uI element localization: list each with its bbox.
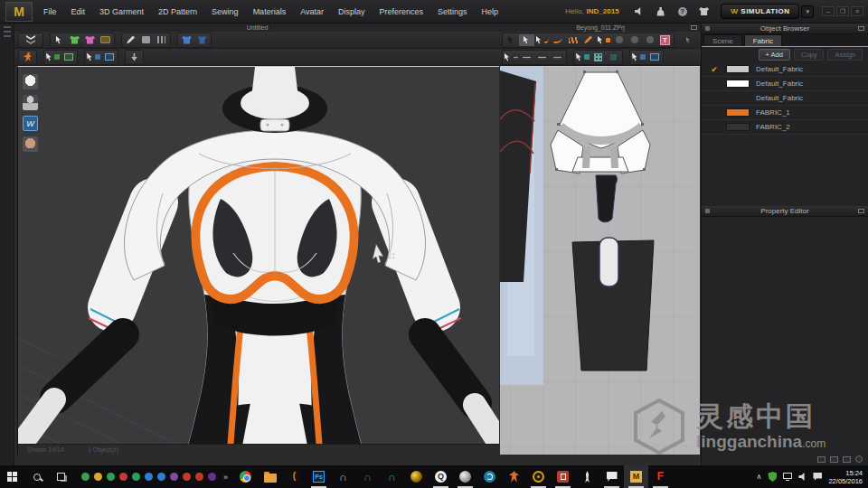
tray-app-icon[interactable] (132, 473, 140, 481)
taskbar-rocket-app[interactable] (575, 465, 599, 488)
free-sewing-tool[interactable] (534, 52, 550, 63)
menu-file[interactable]: File (36, 0, 64, 23)
avatar-thumb-pose-selected[interactable]: W (23, 116, 38, 131)
menu-preferences[interactable]: Preferences (373, 0, 431, 23)
tray-app-icon[interactable] (145, 473, 153, 481)
trace-tool[interactable] (596, 34, 611, 46)
fabric-row[interactable]: FABRIC_2 (702, 120, 868, 135)
reset-garment-green-tool[interactable] (67, 34, 82, 46)
taskbar-maya-2[interactable]: ∩ (355, 465, 380, 488)
solid-view-tool[interactable] (138, 34, 154, 46)
taskbar-spiral-app[interactable] (477, 465, 502, 488)
tray-app-icon[interactable] (195, 473, 203, 481)
show-garment-front-tool[interactable] (179, 34, 194, 46)
simulation-button[interactable]: VV SIMULATION (721, 4, 800, 19)
avatar-run-tool[interactable] (20, 52, 35, 63)
tray-expand-chevron[interactable]: ∧ (757, 473, 762, 481)
garment-store-button[interactable] (696, 5, 712, 19)
account-button[interactable] (653, 5, 669, 19)
menu-display[interactable]: Display (331, 0, 373, 23)
start-button[interactable] (0, 465, 24, 488)
menu-sewing[interactable]: Sewing (204, 0, 246, 23)
maximize-icon[interactable] (858, 209, 864, 213)
taskbar-messenger[interactable] (599, 465, 624, 488)
detach-sewing-tool[interactable] (550, 52, 565, 63)
taskbar-maya-1[interactable]: ∩ (331, 465, 355, 488)
volume-icon[interactable] (798, 473, 807, 481)
menu-3d-garment[interactable]: 3D Garment (92, 0, 151, 23)
fabric-row[interactable]: Default_Fabric (702, 91, 868, 106)
edit-pattern-tool[interactable] (534, 34, 550, 46)
taskbar-3dsmax[interactable] (502, 465, 526, 488)
select-topstitch-tool[interactable] (631, 52, 646, 63)
menu-settings[interactable]: Settings (430, 0, 475, 23)
text-tool[interactable]: T (657, 34, 673, 46)
object-browser-header[interactable]: Object Browser (702, 23, 868, 34)
taskbar-flash[interactable]: F (648, 465, 673, 488)
edit-sewing-tool[interactable] (504, 52, 519, 63)
transform-pattern-tool[interactable] (519, 34, 534, 46)
select-texture-tool[interactable] (575, 52, 590, 63)
clock-icon[interactable] (855, 455, 863, 463)
canvas-2d[interactable] (500, 66, 700, 455)
taskbar-marvelous-designer[interactable]: M (624, 465, 648, 488)
add-fabric-button[interactable]: + Add (759, 49, 790, 61)
avatar-display-tool[interactable] (61, 52, 76, 63)
tray-app-icon[interactable] (183, 473, 191, 481)
taskbar-file-explorer[interactable] (258, 465, 282, 488)
task-view-button[interactable] (49, 465, 73, 488)
taskbar-chrome[interactable] (233, 465, 258, 488)
segment-sewing-tool[interactable] (519, 52, 534, 63)
menu-materials[interactable]: Materials (246, 0, 294, 23)
taskbar-red-square-app[interactable] (551, 465, 575, 488)
taskbar-aimp[interactable]: ( (282, 465, 307, 488)
taskbar-gold-ring-app[interactable] (526, 465, 551, 488)
select-gizmo-tool[interactable] (86, 52, 101, 63)
sound-button[interactable] (631, 5, 647, 19)
history-folder-tool[interactable] (98, 34, 113, 46)
tray-app-icon[interactable] (170, 473, 178, 481)
avatar-thumb-head-white[interactable] (23, 74, 38, 89)
texture-box-tool[interactable] (606, 52, 621, 63)
round-tool-2[interactable] (627, 34, 642, 46)
tab-fabric[interactable]: Fabric (744, 34, 782, 46)
gizmo-display-tool[interactable] (101, 52, 117, 63)
viewport-2d-titlebar[interactable]: Beyong_011.ZPrj (500, 23, 701, 32)
taskbar-zbrush[interactable] (453, 465, 477, 488)
property-editor-header[interactable]: Property Editor (702, 206, 868, 217)
canvas-3d[interactable]: W (17, 66, 499, 455)
select-move-tool[interactable] (52, 34, 67, 46)
viewport-3d-titlebar[interactable]: Untitled (14, 23, 500, 32)
fabric-row[interactable]: ✔ Default_Fabric (702, 62, 868, 77)
reset-garment-pink-tool[interactable] (82, 34, 98, 46)
taskbar-maya-teal[interactable]: ∩ (380, 465, 404, 488)
select-avatar-tool[interactable] (45, 52, 61, 63)
menu-help[interactable]: Help (475, 0, 506, 23)
edit-curvature-tool[interactable] (550, 34, 565, 46)
search-button[interactable] (24, 465, 49, 488)
minimize-button[interactable]: – (822, 6, 835, 16)
edit-texture-tool[interactable] (590, 52, 606, 63)
display-mode-icon[interactable] (843, 456, 851, 463)
menu-2d-pattern[interactable]: 2D Pattern (151, 0, 204, 23)
taskbar-q-app[interactable]: Q (429, 465, 453, 488)
window-menu-button[interactable]: ≡ (851, 6, 863, 16)
pen-tool[interactable] (123, 34, 138, 46)
topstitch-panel-tool[interactable] (646, 52, 662, 63)
add-point-tool[interactable] (565, 34, 580, 46)
extra-tool-1[interactable] (681, 34, 696, 46)
taskbar-keyshot[interactable] (404, 465, 429, 488)
app-logo[interactable]: M (5, 2, 33, 22)
menu-avatar[interactable]: Avatar (293, 0, 331, 23)
display-mode-icon[interactable] (817, 456, 826, 463)
pin-tool[interactable] (127, 52, 142, 63)
wireframe-view-tool[interactable] (154, 34, 169, 46)
fabric-row[interactable]: Default_Fabric (702, 77, 868, 91)
copy-fabric-button[interactable]: Copy (794, 49, 825, 61)
taskbar-photoshop[interactable]: Ps (307, 465, 331, 488)
tab-scene[interactable]: Scene (703, 34, 742, 46)
avatar-thumb-bust-gray[interactable] (23, 95, 38, 110)
tray-app-icon[interactable] (157, 473, 165, 481)
fabric-row[interactable]: FABRIC_1 (702, 106, 868, 120)
menu-edit[interactable]: Edit (64, 0, 93, 23)
